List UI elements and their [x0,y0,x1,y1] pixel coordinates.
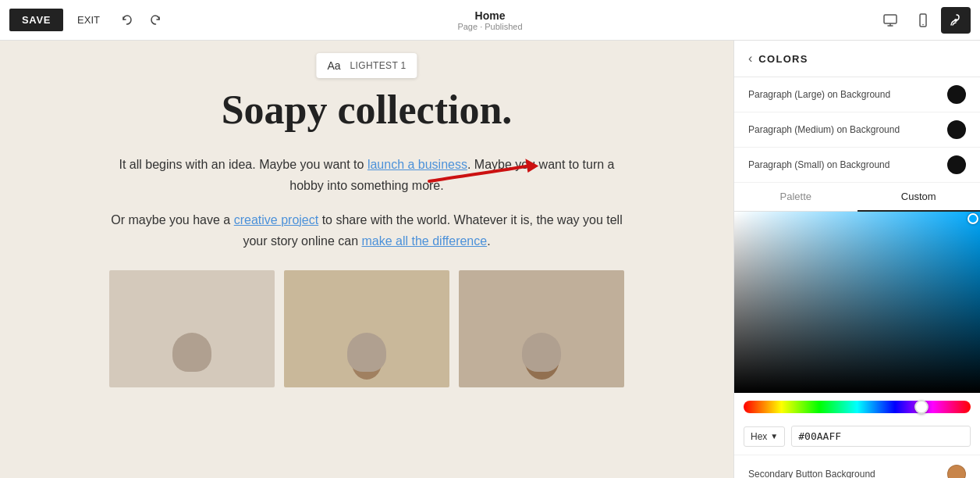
tab-bar: Palette Custom [734,183,980,212]
color-swatch-0[interactable] [947,85,966,104]
hex-value-input[interactable] [791,426,971,447]
panel-header: ‹ COLORS [734,41,980,77]
panel-title: COLORS [758,53,808,65]
svg-point-4 [922,23,924,25]
panel-back-button[interactable]: ‹ [748,52,752,66]
toolbar-right [875,7,971,34]
color-gradient[interactable] [734,212,980,393]
chevron-down-icon: ▼ [770,432,778,441]
creative-project-link[interactable]: creative project [234,213,319,227]
para1-text-before: It all begins with an idea. Maybe you wa… [119,158,367,171]
paragraph-2: Or maybe you have a creative project to … [109,209,624,251]
svg-rect-0 [884,15,897,23]
svg-point-5 [954,19,957,22]
undo-button[interactable] [114,9,140,32]
color-item-0: Paragraph (Large) on Background [734,77,980,112]
mobile-view-button[interactable] [908,7,938,34]
right-panel: ‹ COLORS Paragraph (Large) on Background… [733,41,980,478]
color-label-0: Paragraph (Large) on Background [748,89,890,100]
gradient-handle[interactable] [968,213,978,224]
redo-button[interactable] [142,9,169,32]
hue-slider-row [734,393,980,421]
para2-text-before: Or maybe you have a [111,213,233,227]
desktop-view-button[interactable] [875,7,905,34]
hex-format-selector[interactable]: Hex ▼ [744,426,785,447]
para2-end: . [487,234,490,248]
image-row [109,270,624,387]
page-name: Home [457,9,522,22]
color-item-1: Paragraph (Medium) on Background [734,112,980,148]
hue-slider[interactable] [744,401,971,413]
font-icon: Aa [327,59,340,72]
color-swatch-2[interactable] [947,155,966,174]
main-layout: Aa LIGHTEST 1 Soapy collection. It all b… [0,41,980,478]
launch-link[interactable]: launch a business [368,158,467,171]
secondary-button-swatch[interactable] [947,465,966,478]
color-item-2: Paragraph (Small) on Background [734,148,980,183]
page-info: Home Page · Published [457,9,522,31]
toolbar: SAVE EXIT Home Page · Published [0,0,980,41]
hue-handle[interactable] [914,400,929,414]
secondary-button-label: Secondary Button Background [748,469,875,478]
image-3 [459,270,624,387]
image-1 [109,270,275,387]
style-bar: Aa LIGHTEST 1 [316,53,417,78]
tab-custom[interactable]: Custom [858,183,981,212]
image-2 [284,270,449,387]
style-label: LIGHTEST 1 [350,60,407,71]
style-editor-button[interactable] [941,7,971,34]
panel-body: Paragraph (Large) on Background Paragrap… [734,77,980,478]
hex-row: Hex ▼ [734,421,980,455]
color-swatch-1[interactable] [947,120,966,139]
page-status: Page · Published [457,22,522,31]
tab-palette[interactable]: Palette [734,183,858,212]
save-button[interactable]: SAVE [9,9,63,31]
secondary-button-row: Secondary Button Background [734,455,980,478]
paragraph-1: It all begins with an idea. Maybe you wa… [109,154,624,196]
hex-format-label: Hex [751,431,767,442]
color-picker-area: Hex ▼ Secondary Button Background [734,212,980,478]
color-label-1: Paragraph (Medium) on Background [748,124,900,135]
exit-button[interactable]: EXIT [69,9,108,31]
undo-redo-group [114,9,169,32]
page-heading: Soapy collection. [109,87,624,132]
difference-link[interactable]: make all the difference [361,234,487,248]
content-area: Soapy collection. It all begins with an … [62,41,671,403]
color-label-2: Paragraph (Small) on Background [748,159,889,170]
page-canvas: Aa LIGHTEST 1 Soapy collection. It all b… [0,41,733,478]
